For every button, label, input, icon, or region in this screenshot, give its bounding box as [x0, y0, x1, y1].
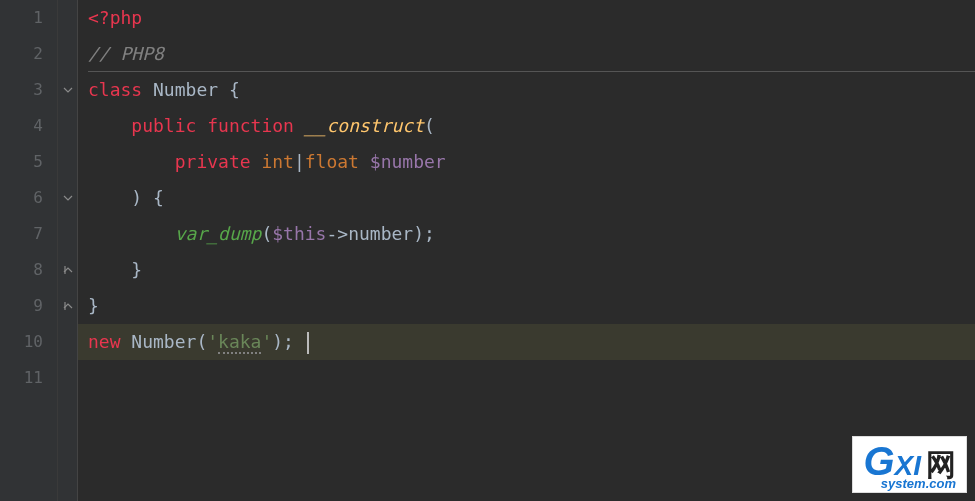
line-number: 5	[0, 144, 57, 180]
code-line[interactable]: ) {	[78, 180, 975, 216]
brace: {	[218, 79, 240, 100]
code-line[interactable]: // PHP8	[78, 36, 975, 72]
code-line[interactable]: }	[78, 288, 975, 324]
php-open-tag: <?php	[88, 7, 142, 28]
string-quote: '	[207, 331, 218, 352]
code-line[interactable]	[78, 360, 975, 396]
watermark-logo: GXI 网 system.com	[852, 436, 967, 493]
paren-semi: );	[272, 331, 294, 352]
union-pipe: |	[294, 151, 305, 172]
paren: (	[261, 223, 272, 244]
fold-close-icon	[62, 264, 74, 276]
line-number-gutter: 1 2 3 4 5 6 7 8 9 10 11	[0, 0, 58, 501]
type-float: float	[305, 151, 359, 172]
keyword-public: public	[131, 115, 196, 136]
code-line[interactable]: class Number {	[78, 72, 975, 108]
paren: (	[196, 331, 207, 352]
paren-semi: );	[413, 223, 435, 244]
fold-open-icon	[62, 84, 74, 96]
keyword-new: new	[88, 331, 121, 352]
code-line[interactable]: private int|float $number	[78, 144, 975, 180]
fold-close-icon	[62, 300, 74, 312]
line-number: 11	[0, 360, 57, 396]
fold-toggle[interactable]	[58, 252, 77, 288]
keyword-private: private	[175, 151, 251, 172]
magic-method: __construct	[305, 115, 424, 136]
function-call: var_dump	[175, 223, 262, 244]
fold-open-icon	[62, 192, 74, 204]
line-number: 8	[0, 252, 57, 288]
arrow-op: ->	[326, 223, 348, 244]
line-number: 7	[0, 216, 57, 252]
code-line[interactable]: var_dump($this->number);	[78, 216, 975, 252]
line-number: 2	[0, 36, 57, 72]
code-content[interactable]: <?php // PHP8 class Number { public func…	[78, 0, 975, 501]
brace: }	[88, 295, 99, 316]
type-int: int	[261, 151, 294, 172]
class-name: Number	[153, 79, 218, 100]
code-line[interactable]: }	[78, 252, 975, 288]
code-editor[interactable]: 1 2 3 4 5 6 7 8 9 10 11 <?php // PH	[0, 0, 975, 501]
line-number: 6	[0, 180, 57, 216]
variable-this: $this	[272, 223, 326, 244]
line-number: 10	[0, 324, 57, 360]
code-line[interactable]: public function __construct(	[78, 108, 975, 144]
code-line[interactable]: <?php	[78, 0, 975, 36]
keyword-class: class	[88, 79, 142, 100]
line-number: 3	[0, 72, 57, 108]
line-number: 9	[0, 288, 57, 324]
class-ref: Number	[131, 331, 196, 352]
line-number: 4	[0, 108, 57, 144]
paren: )	[131, 187, 142, 208]
fold-toggle[interactable]	[58, 288, 77, 324]
string-literal-warning: kaka	[218, 331, 261, 354]
variable: $number	[370, 151, 446, 172]
comment: // PHP8	[88, 43, 164, 64]
code-line-active[interactable]: new Number('kaka');	[78, 324, 975, 360]
fold-toggle[interactable]	[58, 180, 77, 216]
fold-toggle[interactable]	[58, 72, 77, 108]
brace: {	[142, 187, 164, 208]
paren: (	[424, 115, 435, 136]
string-quote: '	[261, 331, 272, 352]
text-cursor	[307, 332, 309, 354]
fold-gutter	[58, 0, 78, 501]
property: number	[348, 223, 413, 244]
line-number: 1	[0, 0, 57, 36]
brace: }	[131, 259, 142, 280]
keyword-function: function	[207, 115, 294, 136]
